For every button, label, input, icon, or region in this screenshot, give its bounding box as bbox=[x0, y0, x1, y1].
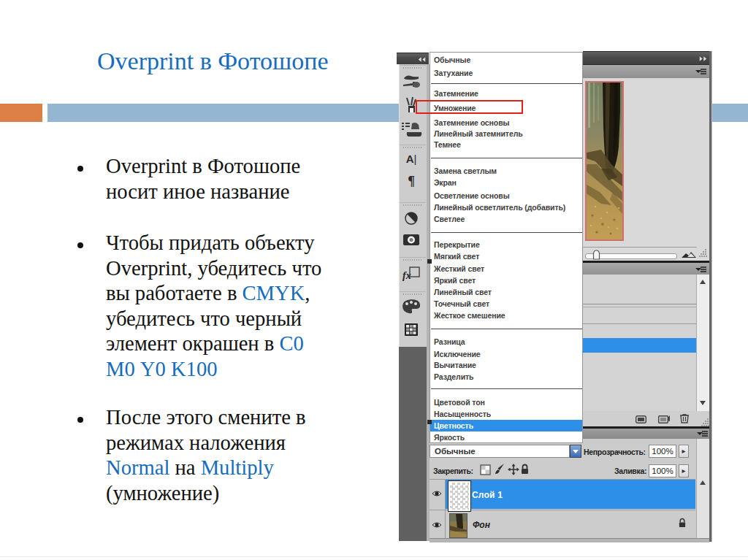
svg-text:fx: fx bbox=[402, 270, 411, 281]
